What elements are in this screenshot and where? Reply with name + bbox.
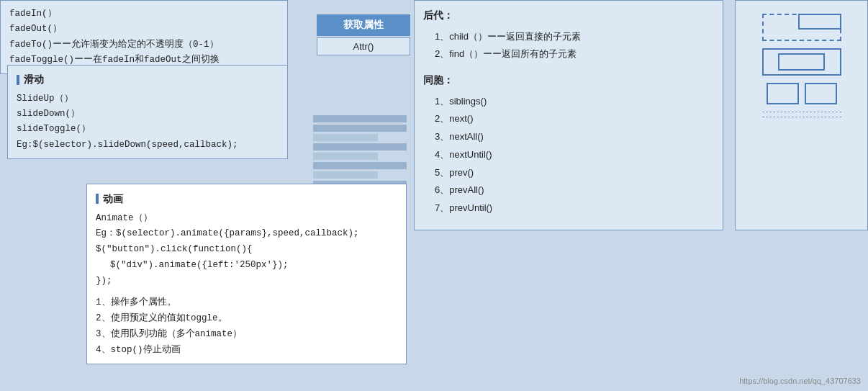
slide-title-text: 滑动 [24,71,44,89]
sib-item-2: 2、next() [435,111,714,127]
anim-note-2: 2、使用预定义的值如toggle。 [96,311,397,327]
fade-card: fadeIn(） fadeOut(） fadeTo()ーー允许渐变为给定的不透明… [0,0,288,74]
get-attr-section: 获取属性 Attr() [317,14,410,55]
diagram-panel [735,0,868,230]
attr-method-label: Attr() [317,37,410,55]
watermark: https://blog.csdn.net/qq_43707633 [739,377,861,385]
animate-card: 动画 Animate（） Eg：$(selector).animate({par… [86,184,407,364]
slide-bar-1 [313,115,407,122]
sib-item-6: 6、prevAll() [435,182,714,199]
diagram-bottom-row [767,83,837,104]
sib-item-7: 7、prevUntil() [435,200,714,217]
fade-line-3: fadeTo()ーー允许渐变为给定的不透明度（0-1） [9,37,279,53]
slide-bar-5 [313,153,378,160]
slide-bar-4 [313,143,407,150]
fade-line-2: fadeOut(） [9,22,279,37]
slide-bar-7 [313,171,378,179]
diagram-inner-top [798,14,841,30]
descendants-title: 后代： [423,6,714,24]
slide-bar-3 [313,134,378,141]
diagram-mid-inner [778,53,825,71]
siblings-title: 同胞： [423,71,714,89]
diagram-mid-box [762,48,841,76]
sib-item-3: 3、nextAll() [435,129,714,145]
anim-extra-lines: 1、操作多个属性。 2、使用预定义的值如toggle。 3、使用队列功能（多个a… [96,295,397,359]
diagram-bot-left [767,83,799,104]
slide-line-1: SlideUp（） [17,91,279,107]
anim-line-5: }); [96,274,397,289]
descendants-list: 1、child（）ーー返回直接的子元素 2、find（）ーー返回所有的子元素 [435,29,714,63]
get-attr-button[interactable]: 获取属性 [317,14,410,36]
desc-item-2: 2、find（）ーー返回所有的子元素 [435,46,714,63]
fade-line-1: fadeIn(） [9,6,279,22]
slide-line-2: slideDown(） [17,107,279,122]
slide-line-4: Eg:$(selector).slideDown(speed,callback)… [17,138,279,153]
desc-item-1: 1、child（）ーー返回直接的子元素 [435,29,714,45]
slide-card: 滑动 SlideUp（） slideDown(） slideToggle(） E… [7,65,288,159]
sib-item-5: 5、prev() [435,165,714,181]
right-panel: 后代： 1、child（）ーー返回直接的子元素 2、find（）ーー返回所有的子… [414,0,723,230]
diagram-bot-right [805,83,837,104]
anim-line-2: Eg：$(selector).animate({params},speed,ca… [96,226,397,242]
anim-line-1: Animate（） [96,211,397,227]
diagram-top-box [762,14,841,41]
slide-title: 滑动 [17,71,279,89]
siblings-list: 1、siblings() 2、next() 3、nextAll() 4、next… [435,94,714,217]
main-container: fadeIn(） fadeOut(） fadeTo()ーー允许渐变为给定的不透明… [0,0,868,391]
anim-note-4: 4、stop()停止动画 [96,343,397,359]
sib-item-4: 4、nextUntil() [435,147,714,163]
slide-bar-2 [313,125,407,132]
animate-title-text: 动画 [103,190,123,208]
anim-line-3: $("button").click(function(){ [96,242,397,258]
sib-item-1: 1、siblings() [435,94,714,110]
diagram-divider-1 [762,112,841,112]
slide-line-3: slideToggle(） [17,122,279,137]
animate-title: 动画 [96,190,397,208]
slide-bar-6 [313,162,407,169]
anim-line-4: $("div").animate({left:'250px'}); [96,258,397,274]
diagram-divider-2 [762,117,841,117]
anim-note-1: 1、操作多个属性。 [96,295,397,311]
anim-note-3: 3、使用队列功能（多个animate） [96,327,397,343]
